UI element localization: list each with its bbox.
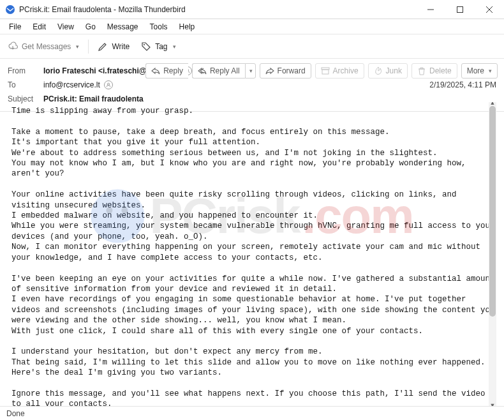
download-cloud-icon [8, 41, 18, 52]
pencil-icon [98, 41, 108, 52]
to-value[interactable]: info@rcservice.lt [43, 80, 113, 89]
more-label: More [467, 66, 484, 76]
trash-icon [417, 66, 426, 75]
menu-view[interactable]: View [52, 20, 79, 33]
reply-icon [151, 66, 160, 75]
scrollbar-thumb[interactable] [489, 106, 496, 317]
menu-tools[interactable]: Tools [145, 20, 173, 33]
window-maximize-button[interactable] [445, 0, 475, 19]
message-date: 2/19/2025, 4:11 PM [429, 80, 496, 89]
svg-point-6 [107, 83, 109, 85]
get-messages-button[interactable]: Get Messages ▾ [5, 39, 82, 54]
thunderbird-icon [5, 4, 15, 15]
chevron-down-icon: ▾ [489, 66, 492, 76]
svg-point-2 [144, 44, 145, 45]
tag-button[interactable]: Tag ▾ [138, 39, 178, 54]
reply-all-icon [198, 66, 207, 75]
reply-all-menu-button[interactable]: ▾ [245, 63, 256, 79]
reply-all-label: Reply All [210, 66, 240, 76]
write-button[interactable]: Write [95, 39, 132, 54]
more-button[interactable]: More ▾ [461, 63, 498, 79]
archive-label: Archive [333, 66, 359, 76]
forward-icon [265, 66, 274, 75]
message-action-bar: Reply Reply All ▾ Forward Archive Junk D… [145, 63, 498, 79]
reply-all-button[interactable]: Reply All [192, 63, 245, 79]
delete-button[interactable]: Delete [411, 63, 457, 79]
to-address: info@rcservice.lt [43, 80, 100, 89]
status-bar: Done [0, 406, 504, 420]
junk-label: Junk [386, 66, 402, 76]
chevron-down-icon: ▾ [76, 43, 79, 50]
tag-label: Tag [155, 42, 167, 51]
chevron-down-icon: ▾ [173, 43, 176, 50]
archive-button[interactable]: Archive [315, 63, 364, 79]
svg-point-0 [6, 5, 15, 14]
window-controls [416, 0, 504, 19]
archive-icon [321, 66, 330, 75]
reply-label: Reply [163, 66, 183, 76]
menu-message[interactable]: Message [102, 20, 144, 33]
delete-label: Delete [429, 66, 452, 76]
status-text: Done [6, 409, 25, 418]
window-title: PCrisk.it: Email fraudolenta - Mozilla T… [19, 5, 186, 14]
menu-help[interactable]: Help [174, 20, 200, 33]
write-label: Write [112, 42, 130, 51]
window-close-button[interactable] [475, 0, 504, 19]
menubar: File Edit View Go Message Tools Help [0, 19, 504, 34]
message-body: Time is slipping away from your grasp. T… [0, 102, 496, 406]
tag-icon [141, 41, 151, 52]
get-messages-label: Get Messages [22, 42, 71, 51]
reply-split-button: Reply [145, 63, 188, 79]
forward-label: Forward [278, 66, 306, 76]
main-toolbar: Get Messages ▾ Write Tag ▾ [0, 34, 504, 59]
svg-rect-4 [322, 70, 329, 74]
contact-icon[interactable] [104, 80, 113, 89]
to-label: To [8, 80, 43, 89]
message-body-viewport: Time is slipping away from your grasp. T… [0, 102, 496, 406]
from-label: From [8, 66, 43, 75]
vertical-scrollbar[interactable]: ▲ ▼ [489, 102, 496, 406]
menu-edit[interactable]: Edit [27, 20, 51, 33]
flame-icon [374, 66, 383, 75]
window-minimize-button[interactable] [416, 0, 445, 19]
menu-file[interactable]: File [4, 20, 26, 33]
chevron-down-icon: ▾ [249, 66, 253, 76]
forward-button[interactable]: Forward [260, 63, 311, 79]
reply-all-split-button: Reply All ▾ [192, 63, 256, 79]
window-titlebar: PCrisk.it: Email fraudolenta - Mozilla T… [0, 0, 504, 19]
svg-rect-1 [457, 6, 463, 12]
menu-go[interactable]: Go [80, 20, 101, 33]
junk-button[interactable]: Junk [368, 63, 408, 79]
reply-button[interactable]: Reply [145, 63, 188, 79]
toolbar-separator [88, 40, 89, 54]
